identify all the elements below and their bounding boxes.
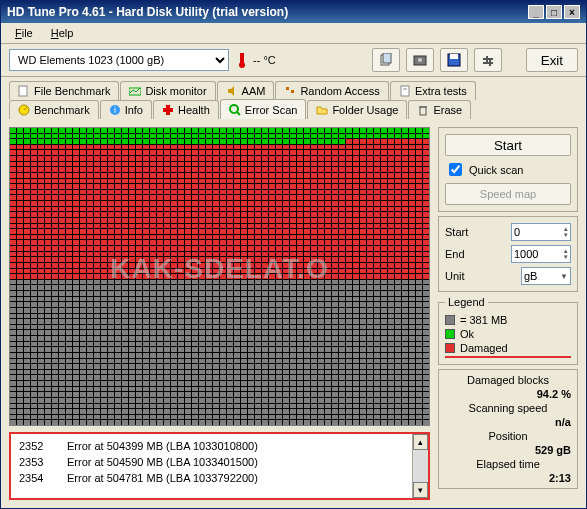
end-input[interactable]: 1000▴▾ xyxy=(511,245,571,263)
legend-damaged-icon xyxy=(445,343,455,353)
quick-scan-checkbox[interactable]: Quick scan xyxy=(445,160,571,179)
svg-rect-26 xyxy=(420,107,426,115)
thermometer-icon xyxy=(235,51,249,69)
error-list: 2352Error at 504399 MB (LBA 1033010800)2… xyxy=(11,434,412,498)
svg-rect-9 xyxy=(483,62,493,64)
svg-rect-16 xyxy=(401,86,409,96)
content-area: KAK-SDELAT.O 2352Error at 504399 MB (LBA… xyxy=(1,119,586,508)
screenshot-button[interactable] xyxy=(406,48,434,72)
svg-rect-12 xyxy=(19,86,27,96)
toolbar: WD Elements 1023 (1000 gB) -- °C Exit xyxy=(1,44,586,77)
tab-benchmark[interactable]: Benchmark xyxy=(9,100,99,119)
tab-extra-tests[interactable]: Extra tests xyxy=(390,81,476,100)
window-title: HD Tune Pro 4.61 - Hard Disk Utility (tr… xyxy=(7,5,288,19)
stats-panel: Damaged blocks 94.2 % Scanning speed n/a… xyxy=(438,369,578,489)
menubar: File Help xyxy=(1,23,586,44)
speed-map-button: Speed map xyxy=(445,183,571,205)
svg-line-25 xyxy=(237,112,240,115)
error-list-box: 2352Error at 504399 MB (LBA 1033010800)2… xyxy=(9,432,430,500)
error-row[interactable]: 2354Error at 504781 MB (LBA 1033792200) xyxy=(19,470,404,486)
start-button[interactable]: Start xyxy=(445,134,571,156)
svg-rect-3 xyxy=(383,53,391,63)
tab-row-1: File Benchmark Disk monitor AAM Random A… xyxy=(1,77,586,100)
scroll-down-button[interactable]: ▾ xyxy=(413,482,428,498)
maximize-button[interactable]: □ xyxy=(546,5,562,19)
end-label: End xyxy=(445,248,465,260)
svg-rect-11 xyxy=(489,60,491,66)
start-input[interactable]: 0▴▾ xyxy=(511,223,571,241)
tab-aam[interactable]: AAM xyxy=(217,81,275,100)
tab-health[interactable]: Health xyxy=(153,100,219,119)
svg-rect-1 xyxy=(240,53,244,65)
scroll-track[interactable] xyxy=(413,450,428,482)
legend-block-icon xyxy=(445,315,455,325)
error-scrollbar: ▴ ▾ xyxy=(412,434,428,498)
svg-rect-15 xyxy=(291,90,294,93)
exit-button[interactable]: Exit xyxy=(526,48,578,72)
tab-row-2: Benchmark iInfo Health Error Scan Folder… xyxy=(1,100,586,119)
start-label: Start xyxy=(445,226,468,238)
settings-button[interactable] xyxy=(474,48,502,72)
temperature-display: -- °C xyxy=(235,51,276,69)
tab-info[interactable]: iInfo xyxy=(100,100,152,119)
window-controls: _ □ × xyxy=(528,5,580,19)
menu-file[interactable]: File xyxy=(7,25,41,41)
unit-label: Unit xyxy=(445,270,465,282)
unit-select[interactable]: gB▼ xyxy=(521,267,571,285)
menu-help[interactable]: Help xyxy=(43,25,82,41)
svg-point-24 xyxy=(230,105,238,113)
close-button[interactable]: × xyxy=(564,5,580,19)
svg-rect-23 xyxy=(163,108,173,112)
scroll-up-button[interactable]: ▴ xyxy=(413,434,428,450)
legend-ok-icon xyxy=(445,329,455,339)
drive-select[interactable]: WD Elements 1023 (1000 gB) xyxy=(9,49,229,71)
svg-rect-10 xyxy=(486,56,488,62)
error-row[interactable]: 2352Error at 504399 MB (LBA 1033010800) xyxy=(19,438,404,454)
legend-box: Legend = 381 MB Ok Damaged xyxy=(438,296,578,365)
tab-file-benchmark[interactable]: File Benchmark xyxy=(9,81,119,100)
tab-disk-monitor[interactable]: Disk monitor xyxy=(120,81,215,100)
tab-error-scan[interactable]: Error Scan xyxy=(220,99,307,119)
svg-rect-7 xyxy=(450,54,458,59)
app-window: HD Tune Pro 4.61 - Hard Disk Utility (tr… xyxy=(0,0,587,509)
error-row[interactable]: 2353Error at 504590 MB (LBA 1033401500) xyxy=(19,454,404,470)
save-button[interactable] xyxy=(440,48,468,72)
minimize-button[interactable]: _ xyxy=(528,5,544,19)
tab-random-access[interactable]: Random Access xyxy=(275,81,388,100)
titlebar: HD Tune Pro 4.61 - Hard Disk Utility (tr… xyxy=(1,1,586,23)
svg-point-5 xyxy=(418,58,422,62)
scan-grid: KAK-SDELAT.O xyxy=(9,127,430,426)
tab-erase[interactable]: Erase xyxy=(408,100,471,119)
copy-button[interactable] xyxy=(372,48,400,72)
svg-text:i: i xyxy=(114,105,116,115)
tab-folder-usage[interactable]: Folder Usage xyxy=(307,100,407,119)
svg-rect-14 xyxy=(286,87,289,90)
